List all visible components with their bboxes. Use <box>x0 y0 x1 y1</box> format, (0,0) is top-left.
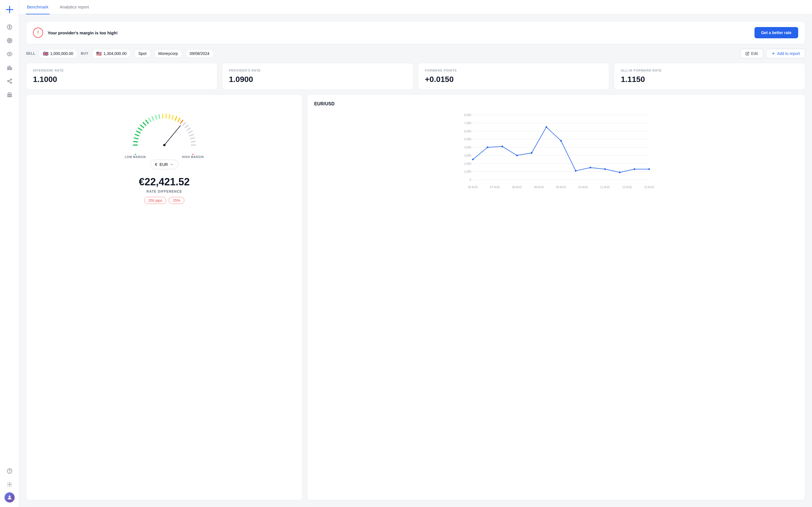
buy-label: BUY <box>81 52 89 55</box>
avatar[interactable] <box>4 492 15 503</box>
svg-line-28 <box>143 122 146 125</box>
low-margin-label-group: ▲ LOW MARGIN <box>125 153 146 159</box>
svg-point-81 <box>516 155 518 156</box>
settings-icon[interactable] <box>4 479 15 490</box>
sell-label: SELL <box>26 52 35 55</box>
svg-text:08 AUG: 08 AUG <box>534 186 544 189</box>
gauge-axis-labels: ▲ LOW MARGIN ▲ HIGH MARGIN <box>125 153 204 159</box>
svg-point-50 <box>163 144 165 146</box>
svg-line-38 <box>175 117 177 120</box>
content-area: ! Your provider's margin is too high! Ge… <box>19 14 812 507</box>
bottom-row: ▲ LOW MARGIN ▲ HIGH MARGIN € EUR €22,421… <box>26 94 805 500</box>
edit-icon <box>746 52 749 55</box>
svg-line-47 <box>191 142 195 142</box>
svg-line-25 <box>137 131 140 133</box>
buy-flag: 🇺🇸 <box>96 51 102 56</box>
share-icon[interactable] <box>4 75 15 87</box>
svg-line-14 <box>9 80 10 80</box>
alert-message: Your provider's margin is too high! <box>48 31 117 35</box>
trade-bar: SELL 🇬🇧 1,000,000.00 BUY 🇺🇸 1,304,000.00… <box>26 49 805 58</box>
svg-line-31 <box>152 117 154 120</box>
svg-text:4,000: 4,000 <box>464 146 471 149</box>
svg-line-29 <box>146 120 148 123</box>
forward-points-card: FORWARD POINTS +0.0150 <box>418 63 609 90</box>
svg-point-17 <box>9 484 10 485</box>
buy-amount-chip: 🇺🇸 1,304,000.00 <box>92 49 131 58</box>
trade-actions: Edit Add to report <box>740 49 805 58</box>
alert-banner: ! Your provider's margin is too high! Ge… <box>26 21 805 44</box>
sidebar <box>0 0 19 507</box>
svg-point-87 <box>605 168 606 170</box>
logo-button[interactable] <box>4 4 15 15</box>
svg-line-33 <box>159 115 160 119</box>
bar-chart-icon[interactable] <box>4 62 15 73</box>
svg-line-40 <box>181 120 183 123</box>
svg-point-80 <box>502 146 503 147</box>
svg-point-4 <box>8 39 11 42</box>
svg-point-83 <box>546 126 547 128</box>
chevron-down-icon <box>170 163 173 166</box>
svg-line-36 <box>169 115 169 119</box>
svg-point-84 <box>560 140 562 142</box>
currency-code: EUR <box>160 162 168 167</box>
svg-point-5 <box>9 40 10 41</box>
svg-point-78 <box>472 159 474 160</box>
svg-point-86 <box>590 167 591 168</box>
svg-line-35 <box>166 114 166 118</box>
high-margin-label-group: ▲ HIGH MARGIN <box>182 153 204 159</box>
help-icon[interactable] <box>4 465 15 476</box>
high-margin-label: HIGH MARGIN <box>182 156 204 159</box>
svg-line-32 <box>155 115 156 119</box>
svg-line-22 <box>133 142 137 142</box>
svg-point-89 <box>634 168 636 170</box>
provider-rate-label: PROVIDER'S RATE <box>229 69 406 72</box>
edit-button[interactable]: Edit <box>740 49 763 58</box>
svg-text:6,000: 6,000 <box>464 130 471 133</box>
target-icon[interactable] <box>4 35 15 46</box>
svg-text:12 AUG: 12 AUG <box>622 186 632 189</box>
pips-badge: 250 pips <box>144 197 166 204</box>
sell-flag: 🇬🇧 <box>43 51 49 56</box>
currency-selector[interactable]: € EUR <box>150 160 178 169</box>
tab-analytics[interactable]: Analytics report <box>59 0 90 14</box>
sidebar-bottom <box>4 465 15 503</box>
bank-icon[interactable] <box>4 89 15 100</box>
edit-label: Edit <box>751 51 758 56</box>
svg-point-88 <box>619 172 621 173</box>
provider-rate-value: 1.0900 <box>229 75 406 84</box>
tabs-bar: Benchmark Analytics report <box>19 0 812 14</box>
svg-point-6 <box>9 54 10 55</box>
interbank-rate-label: INTERBANK RATE <box>33 69 210 72</box>
svg-point-85 <box>575 170 576 172</box>
svg-point-18 <box>8 496 10 497</box>
provider-rate-card: PROVIDER'S RATE 1.0900 <box>222 63 413 90</box>
alert-icon: ! <box>33 27 43 38</box>
eye-icon[interactable] <box>4 48 15 60</box>
svg-line-45 <box>190 134 193 136</box>
svg-point-82 <box>531 152 532 154</box>
all-in-rate-card: ALL-IN FORWARD RATE 1.1150 <box>614 63 805 90</box>
get-better-rate-button[interactable]: Get a better rate <box>755 27 798 38</box>
low-margin-label: LOW MARGIN <box>125 156 146 159</box>
dollar-sign-icon[interactable] <box>4 21 15 33</box>
svg-point-15 <box>7 469 12 473</box>
svg-text:09 AUG: 09 AUG <box>556 186 566 189</box>
trade-type-chip: Spot <box>134 49 151 58</box>
svg-text:11 AUG: 11 AUG <box>600 186 610 189</box>
gauge-svg <box>125 101 204 149</box>
tab-benchmark[interactable]: Benchmark <box>26 0 50 14</box>
svg-text:5,000: 5,000 <box>464 138 471 141</box>
svg-line-46 <box>191 138 195 139</box>
svg-line-44 <box>189 131 192 133</box>
add-to-report-button[interactable]: Add to report <box>766 49 805 58</box>
interbank-rate-card: INTERBANK RATE 1.1000 <box>26 63 217 90</box>
svg-point-3 <box>7 38 12 43</box>
gauge-container <box>125 101 204 149</box>
all-in-rate-label: ALL-IN FORWARD RATE <box>621 69 798 72</box>
svg-text:8,000: 8,000 <box>464 114 471 117</box>
svg-text:13 AUG: 13 AUG <box>644 186 654 189</box>
rate-cards: INTERBANK RATE 1.1000 PROVIDER'S RATE 1.… <box>26 63 805 90</box>
chart-svg: 01,0002,0003,0004,0005,0006,0007,0008,00… <box>314 112 798 191</box>
currency-symbol: € <box>155 162 157 167</box>
alert-left: ! Your provider's margin is too high! <box>33 27 117 38</box>
